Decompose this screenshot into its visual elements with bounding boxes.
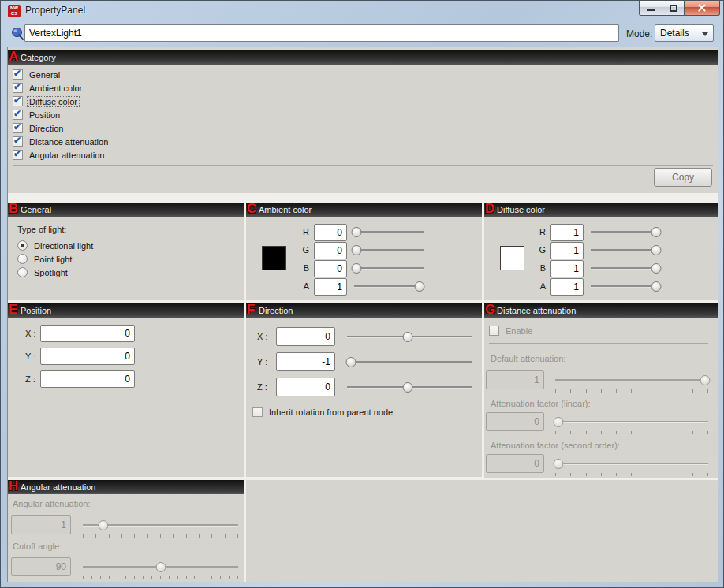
direction-z-slider[interactable] <box>347 382 472 393</box>
direction-y-slider[interactable] <box>347 357 472 367</box>
slider-thumb[interactable] <box>351 227 361 237</box>
param-label: Cutoff angle: <box>13 541 62 551</box>
diffuse-b-field[interactable] <box>550 260 584 277</box>
app-icon-text-top: NW <box>8 6 21 11</box>
object-name-input[interactable] <box>24 24 619 42</box>
close-button[interactable] <box>685 1 720 16</box>
category-item-general[interactable]: General <box>13 69 62 80</box>
position-x-field[interactable] <box>40 325 135 342</box>
ambient-r-slider[interactable] <box>354 227 424 237</box>
checkbox-label: Enable <box>504 326 534 336</box>
category-item-ambient-color[interactable]: Ambient color <box>13 82 84 94</box>
ambient-b-slider[interactable] <box>354 263 424 274</box>
checkbox-checked-icon <box>13 136 23 147</box>
copy-button[interactable]: Copy <box>654 168 712 187</box>
slider-thumb[interactable] <box>403 332 413 342</box>
slider-thumb[interactable] <box>351 245 361 255</box>
maximize-button[interactable] <box>662 1 685 16</box>
position-y-field[interactable] <box>40 348 135 365</box>
separator <box>489 343 708 344</box>
radio-point-light[interactable]: Point light <box>17 253 73 265</box>
diffuse-a-slider[interactable] <box>591 281 660 292</box>
axis-label: Z : <box>257 382 267 392</box>
checkbox-checked-icon <box>13 123 23 133</box>
section-title: Direction <box>259 306 293 315</box>
diffuse-g-field[interactable] <box>550 242 584 259</box>
checkbox-checked-icon <box>13 110 23 120</box>
axis-label: Y : <box>257 357 267 367</box>
mode-dropdown[interactable]: Details <box>655 24 714 42</box>
slider-thumb[interactable] <box>651 227 661 237</box>
direction-x-field[interactable] <box>276 327 335 346</box>
diffuse-r-slider[interactable] <box>591 227 660 237</box>
slider-thumb[interactable] <box>651 263 661 274</box>
checkbox-unchecked-icon <box>252 407 263 417</box>
diffuse-r-field[interactable] <box>550 224 584 241</box>
slider-thumb[interactable] <box>351 263 361 274</box>
empty-area <box>246 480 718 582</box>
slider-thumb[interactable] <box>403 382 413 393</box>
section-title: Distance attenuation <box>497 306 576 315</box>
slider-thumb[interactable] <box>345 357 356 367</box>
axis-label: X : <box>257 332 267 341</box>
minimize-button[interactable] <box>639 1 662 16</box>
attenuation-linear-field <box>486 412 544 431</box>
ambient-b-field[interactable] <box>314 260 347 277</box>
ambient-g-field[interactable] <box>314 242 347 259</box>
slider-thumb <box>553 417 563 427</box>
slider-thumb[interactable] <box>651 245 661 255</box>
checkbox-checked-icon <box>13 150 23 160</box>
channel-label: A <box>300 281 309 291</box>
param-label: Attenuation factor (second order): <box>491 441 620 450</box>
slider-track <box>591 249 660 251</box>
diffuse-g-slider[interactable] <box>591 245 660 255</box>
chevron-down-icon <box>702 32 708 36</box>
annotation-letter: H <box>9 478 18 494</box>
section-angular-attenuation: H Angular attenuation Angular attenuatio… <box>8 480 244 582</box>
checkbox-checked-icon <box>13 96 23 106</box>
slider-thumb[interactable] <box>651 281 661 292</box>
category-item-distance-attenuation[interactable]: Distance attenuation <box>13 136 110 147</box>
ambient-a-field[interactable] <box>314 278 347 296</box>
direction-z-field[interactable] <box>276 378 335 396</box>
slider-track <box>354 267 424 269</box>
mode-dropdown-value: Details <box>660 28 689 39</box>
diffuse-a-field[interactable] <box>550 278 584 296</box>
slider-track <box>354 285 424 287</box>
diffuse-b-slider[interactable] <box>591 263 660 274</box>
category-item-diffuse-color[interactable]: Diffuse color <box>13 95 79 107</box>
top-strip <box>8 47 718 50</box>
slider-thumb[interactable] <box>414 281 424 292</box>
section-position: E Position X : Y : Z : <box>8 303 244 477</box>
annotation-letter: E <box>9 302 17 318</box>
ambient-a-slider[interactable] <box>354 281 424 292</box>
checkbox-label: Diffuse color <box>28 97 79 106</box>
axis-label: Y : <box>25 352 35 361</box>
slider-track <box>591 285 660 287</box>
default-attenuation-slider <box>555 375 708 385</box>
category-item-position[interactable]: Position <box>13 109 62 121</box>
radio-directional-light[interactable]: Directional light <box>17 240 95 251</box>
ambient-r-field[interactable] <box>314 224 347 241</box>
toolbar: Mode: Details <box>2 21 724 47</box>
attenuation-second-order-slider <box>555 459 708 469</box>
enable-checkbox[interactable]: Enable <box>489 325 534 337</box>
checkbox-checked-icon <box>13 83 23 93</box>
annotation-letter: B <box>9 201 18 217</box>
cutoff-angle-slider <box>83 562 238 572</box>
slider-track <box>591 267 660 269</box>
category-item-direction[interactable]: Direction <box>13 122 65 134</box>
inherit-rotation-checkbox[interactable]: Inherit rotation from parent node <box>252 406 394 418</box>
channel-label: B <box>300 263 309 273</box>
section-title: Angular attenuation <box>21 482 95 492</box>
direction-x-slider[interactable] <box>347 332 472 342</box>
radio-spotlight[interactable]: Spotlight <box>17 266 69 278</box>
ambient-g-slider[interactable] <box>354 245 424 255</box>
section-title: Category <box>21 53 56 62</box>
window-title: PropertyPanel <box>25 5 85 16</box>
slider-track <box>591 231 660 233</box>
checkbox-checked-icon <box>13 69 23 80</box>
position-z-field[interactable] <box>40 370 135 388</box>
direction-y-field[interactable] <box>276 352 335 371</box>
category-item-angular-attenuation[interactable]: Angular attenuation <box>13 149 106 161</box>
